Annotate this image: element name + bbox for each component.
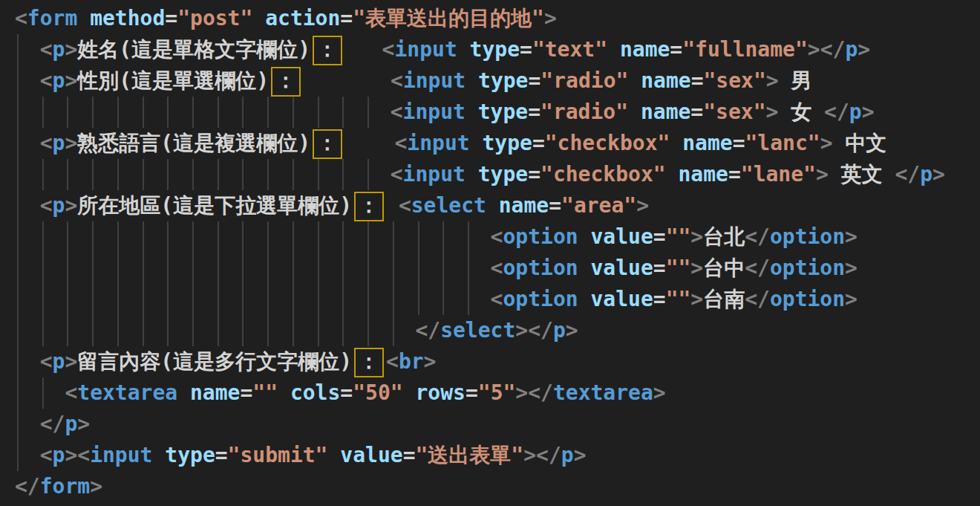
indent-guide xyxy=(293,315,294,346)
code-token-eq: = xyxy=(403,443,416,467)
indent-guide xyxy=(293,97,294,128)
code-token-t xyxy=(607,37,620,62)
indent-guide xyxy=(242,159,244,190)
indent-guide xyxy=(42,377,44,409)
code-line: <form method="post" action="表單送出的目的地"> xyxy=(15,3,980,34)
code-token-t xyxy=(578,287,591,311)
indent-guide xyxy=(368,159,369,190)
code-token-t xyxy=(628,100,641,124)
indent-guide xyxy=(342,97,344,128)
indent-guide xyxy=(67,315,68,346)
code-token-tag: p xyxy=(53,443,65,467)
code-token-p: ></ xyxy=(515,380,553,405)
code-token-attr: name xyxy=(190,380,240,405)
code-token-p: > xyxy=(574,443,587,467)
code-token-p: > xyxy=(845,287,858,311)
indent-guide xyxy=(117,284,119,315)
indent-guide xyxy=(342,159,344,190)
code-token-attr: type xyxy=(482,131,532,155)
code-token-p: > xyxy=(690,287,703,311)
code-editor[interactable]: <form method="post" action="表單送出的目的地"> <… xyxy=(0,0,980,506)
code-token-p: > xyxy=(858,37,870,62)
code-token-p: </ xyxy=(895,162,921,186)
unicode-highlight-box: ： xyxy=(354,192,384,221)
code-token-eq: = xyxy=(733,131,745,155)
code-token-eq: = xyxy=(690,100,703,124)
indent-guide xyxy=(368,97,369,128)
code-token-p: < xyxy=(40,131,53,155)
indent-guide xyxy=(342,284,344,315)
code-token-t xyxy=(152,443,165,467)
code-token-tag: input xyxy=(394,37,457,62)
code-line: <p><input type="submit" value="送出表單"></p… xyxy=(15,440,980,471)
indent-guide xyxy=(167,284,169,315)
code-line: </p> xyxy=(15,409,980,440)
indent-guide xyxy=(442,221,444,253)
code-token-p: > xyxy=(566,318,578,343)
code-token-attr: value xyxy=(590,287,653,311)
code-token-eq: = xyxy=(528,68,540,93)
indent-whitespace xyxy=(15,412,40,436)
indent-guide xyxy=(167,97,169,128)
indent-guide xyxy=(117,97,119,128)
indent-guide xyxy=(293,221,294,253)
code-token-tag: form xyxy=(40,474,90,499)
indent-guide xyxy=(218,97,219,128)
indent-guide xyxy=(267,253,269,284)
code-token-t xyxy=(486,193,499,218)
code-token-attr: type xyxy=(478,68,528,93)
code-token-attr: rows xyxy=(415,380,465,405)
indent-guide xyxy=(67,159,68,190)
indent-guide xyxy=(143,315,144,346)
indent-guide xyxy=(42,253,44,284)
indent-guide xyxy=(17,221,19,253)
indent-guide xyxy=(17,377,19,409)
indent-guide xyxy=(143,253,144,284)
code-token-str: "radio" xyxy=(540,100,628,124)
indent-guide xyxy=(218,221,219,253)
indent-guide xyxy=(368,284,369,315)
indent-guide xyxy=(442,284,444,315)
code-token-attr: name xyxy=(678,162,728,186)
code-token-attr: type xyxy=(470,37,520,62)
code-token-tag: p xyxy=(53,349,65,374)
code-line: </form> xyxy=(15,471,980,502)
indent-guide xyxy=(468,221,469,253)
indent-guide xyxy=(242,97,244,128)
code-token-t xyxy=(466,100,478,124)
code-token-attr: value xyxy=(590,224,653,249)
code-token-p: > xyxy=(77,412,90,436)
indent-guide xyxy=(167,315,169,346)
indent-guide xyxy=(17,97,19,128)
code-token-t xyxy=(470,131,483,155)
code-token-str: "" xyxy=(666,224,691,249)
code-line: <option value="">台南</option> xyxy=(15,284,980,315)
code-token-tag: textarea xyxy=(553,380,653,405)
code-token-p: < xyxy=(399,193,411,218)
code-token-p: > xyxy=(65,131,77,155)
indent-guide xyxy=(267,97,269,128)
indent-guide xyxy=(267,284,269,315)
code-token-tag: p xyxy=(53,37,65,62)
code-token-tag: option xyxy=(503,287,578,311)
code-token-eq: = xyxy=(532,131,545,155)
code-token-str: "送出表單" xyxy=(415,443,523,467)
code-token-p: > xyxy=(766,100,779,124)
code-token-eq: = xyxy=(528,100,540,124)
code-token-eq: = xyxy=(528,162,540,186)
unicode-highlight-box: ： xyxy=(354,348,384,377)
indent-guide xyxy=(143,284,144,315)
indent-guide xyxy=(468,284,469,315)
code-line: <option value="">台北</option> xyxy=(15,221,980,253)
indent-guide xyxy=(218,284,219,315)
code-token-p: > xyxy=(766,68,779,93)
code-token-eq: = xyxy=(653,256,666,280)
indent-whitespace xyxy=(15,68,40,93)
code-token-eq: = xyxy=(165,6,177,30)
code-token-tag: option xyxy=(770,287,845,311)
code-token-eq: = xyxy=(653,287,666,311)
code-token-p: > xyxy=(636,193,649,218)
indent-guide xyxy=(418,284,419,315)
code-token-t xyxy=(252,6,265,30)
code-token-str: "50" xyxy=(353,380,402,405)
